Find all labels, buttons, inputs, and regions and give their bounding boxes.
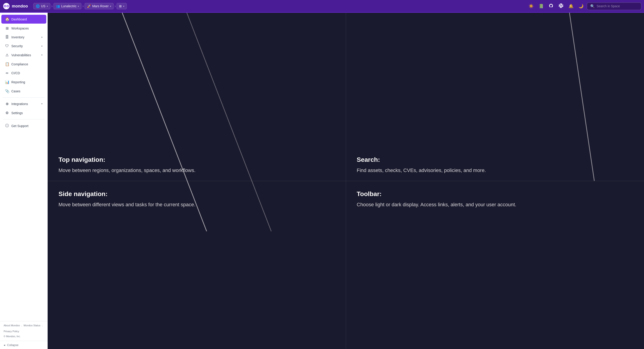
top-nav-info-title: Top navigation: bbox=[58, 156, 335, 164]
region-chevron: ▾ bbox=[47, 5, 48, 8]
vulnerabilities-chevron: ▾ bbox=[41, 54, 43, 57]
sidebar-item-vulnerabilities[interactable]: ⚠ Vulnerabilities ▾ bbox=[1, 51, 46, 60]
docs-button[interactable]: 📗 bbox=[537, 2, 545, 10]
sidebar-item-cases[interactable]: 📎 Cases bbox=[1, 87, 46, 96]
logo-text: mondoo bbox=[12, 4, 28, 9]
side-nav-info-title: Side navigation: bbox=[58, 190, 335, 198]
security-label: Security bbox=[11, 44, 39, 48]
side-nav-info-body: Move between different views and tasks f… bbox=[58, 201, 335, 208]
inventory-chevron: ▾ bbox=[41, 36, 43, 39]
sidebar-item-inventory[interactable]: 🗄 Inventory ▾ bbox=[1, 33, 46, 42]
view-selector[interactable]: ⊞ ▾ bbox=[116, 3, 127, 9]
vulnerabilities-icon: ⚠ bbox=[5, 53, 9, 57]
sidebar-nav: 🏠 Dashboard ⊞ Workspaces 🗄 Inventory ▾ 🛡… bbox=[0, 13, 48, 321]
view-chevron: ▾ bbox=[123, 5, 124, 8]
get-support-label: Get Support bbox=[11, 124, 43, 128]
cicd-label: CI/CD bbox=[11, 71, 43, 75]
copyright-text: © Mondoo, Inc. bbox=[4, 335, 21, 338]
slack-button[interactable] bbox=[557, 2, 565, 10]
workspaces-label: Workspaces bbox=[11, 27, 43, 30]
slack-icon bbox=[559, 4, 563, 9]
space-label: Mars Rover bbox=[92, 4, 108, 8]
github-icon bbox=[549, 4, 553, 9]
body-layout: 🏠 Dashboard ⊞ Workspaces 🗄 Inventory ▾ 🛡… bbox=[0, 13, 644, 349]
sidebar-divider-2 bbox=[3, 119, 45, 119]
sidebar-item-get-support[interactable]: ⓘ Get Support bbox=[1, 121, 46, 131]
bell-icon: 🔔 bbox=[568, 4, 574, 9]
privacy-link[interactable]: Privacy Policy bbox=[4, 330, 19, 333]
about-link[interactable]: About Mondoo bbox=[4, 324, 20, 328]
theme-sun-button[interactable]: ☀️ bbox=[527, 2, 535, 10]
compliance-label: Compliance bbox=[11, 62, 43, 66]
sidebar-item-workspaces[interactable]: ⊞ Workspaces bbox=[1, 24, 46, 33]
search-info-body: Find assets, checks, CVEs, advisories, p… bbox=[357, 167, 633, 174]
top-nav-info-body: Move between regions, organizations, spa… bbox=[58, 167, 335, 174]
breadcrumb-separator-3: › bbox=[114, 4, 116, 8]
settings-label: Settings bbox=[11, 111, 43, 115]
sidebar-item-cicd[interactable]: ∞ CI/CD bbox=[1, 69, 46, 77]
sidebar-item-reporting[interactable]: 📊 Reporting bbox=[1, 78, 46, 87]
sidebar-item-compliance[interactable]: 📋 Compliance bbox=[1, 60, 46, 69]
collapse-label: Collapse bbox=[7, 343, 18, 347]
cicd-icon: ∞ bbox=[5, 71, 9, 75]
sidebar-item-security[interactable]: 🛡 Security ▾ bbox=[1, 42, 46, 50]
book-icon: 📗 bbox=[538, 4, 544, 9]
top-navigation: mondoo 🌐 US ▾ › 👥 Lunalectric ▾ › 🚀 Mars… bbox=[0, 0, 644, 13]
sidebar-collapse-button[interactable]: ◂ Collapse bbox=[0, 341, 48, 349]
dashboard-label: Dashboard bbox=[11, 18, 43, 21]
sidebar-item-settings[interactable]: ⚙ Settings bbox=[1, 109, 46, 117]
inventory-icon: 🗄 bbox=[5, 35, 9, 39]
notifications-button[interactable]: 🔔 bbox=[567, 2, 575, 10]
svg-point-3 bbox=[4, 6, 6, 7]
compliance-icon: 📋 bbox=[5, 62, 9, 66]
org-label: Lunalectric bbox=[61, 4, 77, 8]
toolbar-info-title: Toolbar: bbox=[357, 190, 633, 198]
users-icon: 👥 bbox=[56, 4, 60, 8]
collapse-icon: ◂ bbox=[4, 343, 5, 347]
top-nav-info-section: Top navigation: Move between regions, or… bbox=[48, 13, 346, 181]
inventory-label: Inventory bbox=[11, 35, 39, 39]
search-icon: 🔍 bbox=[590, 4, 595, 9]
toolbar-info-body: Choose light or dark display. Access lin… bbox=[357, 201, 633, 208]
globe-icon: 🌐 bbox=[36, 4, 40, 8]
sidebar-item-dashboard[interactable]: 🏠 Dashboard bbox=[1, 15, 46, 24]
moon-icon: 🌙 bbox=[578, 4, 584, 9]
integrations-icon: ⊕ bbox=[5, 102, 9, 106]
rover-icon: 🚀 bbox=[87, 4, 91, 8]
security-chevron: ▾ bbox=[41, 45, 43, 48]
space-selector[interactable]: 🚀 Mars Rover ▾ bbox=[84, 3, 114, 9]
theme-moon-button[interactable]: 🌙 bbox=[577, 2, 585, 10]
toolbar-info-section: Toolbar: Choose light or dark display. A… bbox=[346, 181, 644, 349]
reporting-icon: 📊 bbox=[5, 80, 9, 84]
breadcrumb-separator-2: › bbox=[82, 4, 84, 8]
sidebar-footer: About Mondoo · Mondoo Status · Privacy P… bbox=[0, 321, 48, 341]
sun-icon: ☀️ bbox=[528, 4, 534, 9]
sidebar-divider-1 bbox=[3, 97, 45, 98]
status-link[interactable]: Mondoo Status bbox=[24, 324, 40, 328]
search-input[interactable] bbox=[596, 4, 638, 8]
settings-icon: ⚙ bbox=[5, 111, 9, 115]
breadcrumb-separator-1: › bbox=[51, 4, 52, 8]
search-info-section: Search: Find assets, checks, CVEs, advis… bbox=[346, 13, 644, 181]
github-button[interactable] bbox=[547, 2, 555, 10]
org-chevron: ▾ bbox=[78, 5, 79, 8]
search-bar[interactable]: 🔍 bbox=[587, 3, 641, 10]
nav-breadcrumb: 🌐 US ▾ › 👥 Lunalectric ▾ › 🚀 Mars Rover … bbox=[33, 3, 525, 9]
workspaces-icon: ⊞ bbox=[5, 26, 9, 31]
logo-area: mondoo bbox=[3, 3, 28, 10]
vulnerabilities-label: Vulnerabilities bbox=[11, 53, 39, 57]
reporting-label: Reporting bbox=[11, 80, 43, 84]
mondoo-logo-icon bbox=[3, 3, 10, 10]
main-content: Top navigation: Move between regions, or… bbox=[48, 13, 644, 349]
region-label: US bbox=[41, 4, 45, 8]
support-icon: ⓘ bbox=[5, 123, 9, 128]
search-info-title: Search: bbox=[357, 156, 633, 164]
sidebar-item-integrations[interactable]: ⊕ Integrations ▾ bbox=[1, 99, 46, 108]
security-icon: 🛡 bbox=[5, 44, 9, 48]
space-chevron: ▾ bbox=[110, 5, 111, 8]
integrations-chevron: ▾ bbox=[41, 102, 43, 105]
org-selector[interactable]: 👥 Lunalectric ▾ bbox=[54, 3, 82, 9]
dashboard-icon: 🏠 bbox=[5, 17, 9, 21]
cases-icon: 📎 bbox=[5, 89, 9, 93]
region-selector[interactable]: 🌐 US ▾ bbox=[33, 3, 50, 9]
